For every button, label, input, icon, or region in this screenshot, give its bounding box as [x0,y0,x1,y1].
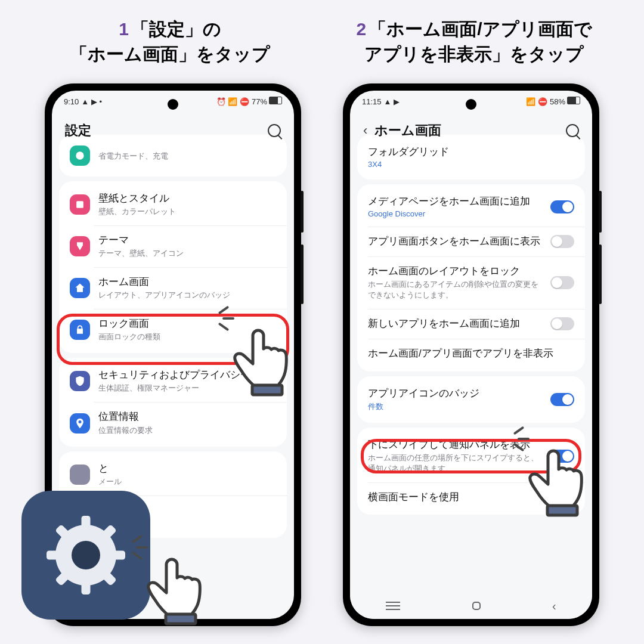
toggle-app-button[interactable] [550,235,574,248]
home-row-badge-sub: 件数 [368,401,542,412]
settings-row-home-sub: レイアウト、アプリアイコンのバッジ [98,290,276,301]
svg-rect-6 [111,551,125,560]
svg-point-11 [72,541,100,569]
status-battery: 58% [550,97,580,106]
toggle-lock-layout[interactable] [550,276,574,289]
home-row-swipe-title: 下にスワイプして通知パネルを表示 [368,438,542,451]
camera-notch [466,99,476,110]
settings-row-themes-title: テーマ [98,234,276,247]
settings-row-wallpaper[interactable]: 壁紙とスタイル 壁紙、カラーパレット [59,184,287,225]
home-row-folder-grid-sub: 3X4 [368,160,574,169]
home-row-swipe[interactable]: 下にスワイプして通知パネルを表示 ホーム画面の任意の場所を下にスワイプすると、通… [357,430,585,482]
home-row-lock-layout[interactable]: ホーム画面のレイアウトをロック ホーム画面にあるアイテムの削除や位置の変更をでき… [357,256,585,309]
settings-row-battery[interactable]: 省電力モード、充電 [59,137,287,174]
settings-row-security-title: セキュリティおよびプライバシー [98,369,276,382]
settings-row-lock-title: ロック画面 [98,317,276,330]
home-group-grid: フォルダグリッド 3X4 [357,135,585,179]
step-1-text: 「設定」の 「ホーム画面」をタップ [70,19,270,64]
home-row-media-page[interactable]: メディアページをホーム画面に追加 Google Discover [357,187,585,227]
home-row-hide-apps[interactable]: ホーム画面/アプリ画面でアプリを非表示 [357,339,585,369]
home-row-hide-apps-title: ホーム画面/アプリ画面でアプリを非表示 [368,347,574,360]
step-2-caption: 2「ホーム画面/アプリ画面で アプリを非表示」をタップ [322,17,626,67]
settings-row-wallpaper-sub: 壁紙、カラーパレット [98,206,276,217]
home-row-lock-layout-title: ホーム画面のレイアウトをロック [368,265,542,278]
home-row-landscape[interactable]: 横画面モードを使用 [357,482,585,512]
status-left-icons: ▲ ▶ • [81,97,102,106]
settings-group-display: 壁紙とスタイル 壁紙、カラーパレット テーマ テーマ、壁紙、アイコン ホーム [59,181,287,353]
profile-icon [70,465,90,485]
themes-icon [70,236,90,256]
back-icon[interactable]: ‹ [363,123,367,138]
settings-row-security-sub: 生体認証、権限マネージャー [98,383,276,394]
step-1-number: 1 [119,19,129,39]
home-row-media-page-sub: Google Discover [368,209,542,218]
battery-icon [70,145,90,166]
settings-row-accounts[interactable]: と メール [59,454,287,496]
settings-row-lock[interactable]: ロック画面 画面ロックの種類 [59,309,287,351]
settings-row-location[interactable]: 位置情報 位置情報の要求 [59,402,287,444]
camera-notch [168,99,178,110]
step-1-caption: 1「設定」の 「ホーム画面」をタップ [42,17,298,67]
home-row-badge-title: アプリアイコンのバッジ [368,387,542,400]
svg-rect-5 [47,551,61,560]
lock-icon [70,320,90,340]
svg-point-0 [76,151,83,159]
toggle-swipe[interactable] [550,450,574,463]
home-row-app-button-title: アプリ画面ボタンをホーム画面に表示 [368,235,542,248]
toggle-badge[interactable] [550,393,574,406]
nav-bar: ‹ [350,593,592,619]
home-group-badge: アプリアイコンのバッジ 件数 [357,376,585,423]
search-icon[interactable] [566,124,579,137]
home-row-swipe-sub: ホーム画面の任意の場所を下にスワイプすると、通知パネルが開きます。 [368,453,542,474]
home-row-folder-grid-title: フォルダグリッド [368,145,574,159]
settings-row-home-title: ホーム画面 [98,275,276,289]
nav-recent-icon[interactable] [386,602,400,610]
home-row-new-app-title: 新しいアプリをホーム画面に追加 [368,317,542,330]
settings-row-battery-sub: 省電力モード、充電 [98,151,276,162]
settings-row-accounts-title: と [98,462,276,475]
svg-rect-4 [82,580,91,595]
home-row-app-button[interactable]: アプリ画面ボタンをホーム画面に表示 [357,227,585,256]
settings-row-location-sub: 位置情報の要求 [98,425,276,436]
home-icon [70,278,90,298]
settings-row-home[interactable]: ホーム画面 レイアウト、アプリアイコンのバッジ [59,267,287,309]
phone-right-screen: 11:15 ▲ ▶ 📶 ⛔ 58% ‹ ホーム画面 フォルダグリッド 3X4 [350,91,592,619]
status-time: 9:10 [64,97,79,106]
phone-right: 11:15 ▲ ▶ 📶 ⛔ 58% ‹ ホーム画面 フォルダグリッド 3X4 [343,83,599,626]
home-row-lock-layout-sub: ホーム画面にあるアイテムの削除や位置の変更をできないようにします。 [368,279,542,301]
step-2-text: 「ホーム画面/アプリ画面で アプリを非表示」をタップ [364,19,592,64]
toggle-new-app[interactable] [550,317,574,330]
settings-row-wallpaper-title: 壁紙とスタイル [98,192,276,205]
home-row-folder-grid[interactable]: フォルダグリッド 3X4 [357,137,585,177]
shield-icon [70,371,90,391]
status-right-icons: ⏰ 📶 ⛔ [216,97,249,106]
status-right-icons: 📶 ⛔ [526,97,547,106]
step-2-number: 2 [356,19,366,39]
settings-row-lock-sub: 画面ロックの種類 [98,332,276,342]
settings-row-accounts-sub: メール [98,476,276,487]
location-icon [70,413,90,434]
home-row-media-page-title: メディアページをホーム画面に追加 [368,195,542,208]
settings-group-security: セキュリティおよびプライバシー 生体認証、権限マネージャー 位置情報 位置情報の… [59,358,287,446]
search-icon[interactable] [268,124,281,137]
settings-row-themes-sub: テーマ、壁紙、アイコン [98,248,276,259]
svg-rect-1 [76,201,83,208]
toggle-landscape[interactable] [550,491,574,504]
toggle-media-page[interactable] [550,200,574,213]
settings-row-location-title: 位置情報 [98,410,276,423]
home-group-swipe: 下にスワイプして通知パネルを表示 ホーム画面の任意の場所を下にスワイプすると、通… [357,428,585,515]
home-row-new-app[interactable]: 新しいアプリをホーム画面に追加 [357,309,585,339]
status-time: 11:15 [362,97,382,106]
settings-group-battery: 省電力モード、充電 [59,135,287,177]
status-left-icons: ▲ ▶ [384,97,400,106]
settings-row-security[interactable]: セキュリティおよびプライバシー 生体認証、権限マネージャー [59,360,287,402]
nav-back-icon[interactable]: ‹ [552,599,556,613]
settings-app-icon [21,491,150,620]
home-row-badge[interactable]: アプリアイコンのバッジ 件数 [357,379,585,420]
svg-rect-3 [82,516,91,530]
wallpaper-icon [70,194,90,215]
home-group-main: メディアページをホーム画面に追加 Google Discover アプリ画面ボタ… [357,184,585,371]
status-battery: 77% [252,97,282,106]
settings-row-themes[interactable]: テーマ テーマ、壁紙、アイコン [59,225,287,267]
nav-home-icon[interactable] [472,602,481,610]
